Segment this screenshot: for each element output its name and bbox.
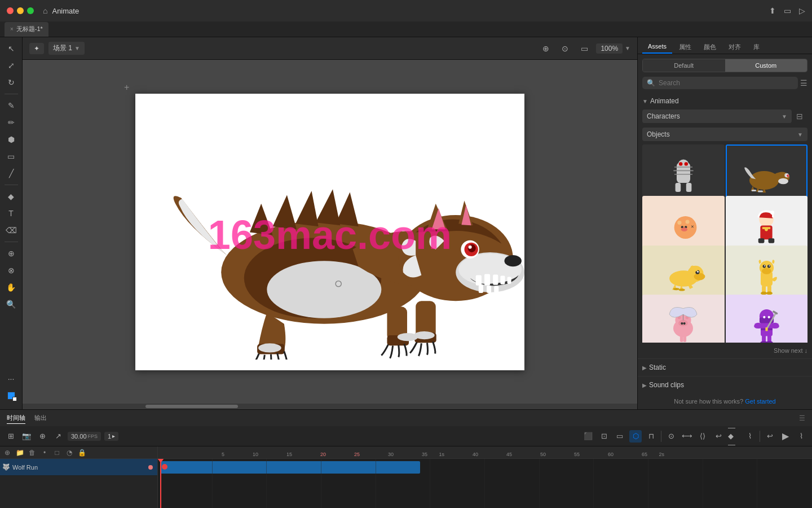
onion-skin-icon[interactable]: ⊙ (558, 41, 572, 56)
play-btn[interactable]: ▶ (779, 430, 792, 443)
sound-clips-section[interactable]: ▶ Sound clips (638, 376, 812, 393)
canvas-container[interactable]: + (23, 60, 637, 404)
stage-fit-icon[interactable]: ▭ (577, 41, 592, 56)
svg-point-36 (684, 162, 687, 165)
rectangle-tool[interactable]: ▭ (2, 148, 20, 164)
svg-rect-14 (500, 275, 505, 284)
fps-value: 30.00 (71, 433, 87, 440)
text-tool[interactable]: T (2, 205, 20, 221)
static-section[interactable]: ▶ Static (638, 358, 812, 376)
characters-dropdown-arrow: ▼ (782, 113, 787, 120)
fullscreen-button[interactable] (27, 7, 34, 14)
tab-properties[interactable]: 属性 (673, 41, 697, 54)
undo-icon[interactable]: ↩ (712, 430, 725, 443)
layout-icon[interactable]: ▭ (784, 6, 791, 15)
svg-point-88 (683, 322, 686, 325)
tab-output[interactable]: 输出 (34, 413, 47, 423)
frame-icon: ▸ (112, 433, 115, 439)
graph-icon[interactable]: ↗ (52, 430, 64, 443)
swap-colors[interactable] (2, 388, 20, 404)
add-motion-icon[interactable]: ⊕ (36, 430, 48, 443)
tab-color[interactable]: 颜色 (698, 41, 722, 54)
easing-icon[interactable]: —◆— (728, 430, 740, 443)
frame-delete-icon[interactable]: ⊓ (645, 430, 657, 443)
objects-dropdown[interactable]: Objects ▼ (642, 128, 807, 141)
close-button[interactable] (7, 7, 14, 14)
tab-align[interactable]: 对齐 (723, 41, 747, 54)
add-layer-btn[interactable]: ⊕ (2, 448, 12, 458)
svg-rect-44 (758, 190, 763, 192)
camera-snap-icon[interactable]: ⊡ (598, 430, 610, 443)
brush-tool[interactable]: ✎ (2, 98, 20, 113)
asset-item-ninja[interactable] (726, 295, 808, 343)
hand-tool[interactable]: ✋ (2, 279, 20, 295)
pencil-tool[interactable]: ✏ (2, 115, 20, 130)
characters-dropdown[interactable]: Characters ▼ (642, 110, 792, 123)
show-next-btn[interactable]: Show next ↓ (638, 343, 812, 358)
stop-icon[interactable]: ⬛ (582, 430, 594, 443)
play-icon[interactable]: ▷ (799, 6, 805, 15)
loop-icon[interactable]: ▭ (614, 430, 626, 443)
snap-to-objects-btn[interactable]: ✦ (29, 43, 44, 54)
timeline-options-btn[interactable]: ☰ (799, 414, 805, 422)
scene-selector[interactable]: 场景 1 ▼ (48, 42, 85, 55)
line-tool[interactable]: ╱ (2, 165, 20, 181)
minimize-button[interactable] (17, 7, 24, 14)
add-folder-btn[interactable]: 📁 (15, 448, 25, 458)
zoom-tool[interactable]: 🔍 (2, 296, 20, 312)
toggle-sync-icon[interactable]: ⟷ (681, 430, 693, 443)
search-input[interactable] (659, 79, 793, 87)
svg-point-87 (681, 322, 683, 325)
animated-section-header[interactable]: ▼ Animated (642, 94, 807, 108)
onion-skin-left-icon[interactable]: ⊙ (665, 430, 677, 443)
keyframe-bar-wolf (161, 461, 420, 474)
svg-rect-62 (758, 238, 765, 243)
delete-layer-btn[interactable]: 🗑 (27, 448, 37, 458)
canvas-scrollbar[interactable] (23, 404, 637, 409)
panel-tabs: Assets 属性 颜色 对齐 库 (638, 37, 812, 54)
custom-mode-btn[interactable]: Custom (725, 59, 807, 72)
asset-item-pig[interactable] (642, 295, 725, 343)
eraser-tool[interactable]: ⌫ (2, 222, 20, 238)
select-tool[interactable]: ↖ (2, 41, 20, 56)
toolbar: ✦ 场景 1 ▼ ⊕ ⊙ ▭ 100% ▼ (23, 37, 637, 60)
svg-rect-13 (493, 274, 498, 284)
default-mode-btn[interactable]: Default (643, 59, 725, 72)
home-icon[interactable]: ⌂ (43, 6, 47, 15)
canvas-area: + (23, 60, 637, 409)
track-row-wolf[interactable]: 🐺 Wolf Run (0, 459, 157, 476)
code-icon[interactable]: ⟨⟩ (696, 430, 709, 443)
eyedropper-tool[interactable]: ⊕ (2, 246, 20, 261)
transform-tool[interactable]: ↻ (2, 75, 20, 90)
dot-btn[interactable]: • (39, 448, 50, 458)
svg-point-51 (685, 220, 689, 224)
tab-library[interactable]: 库 (748, 41, 765, 54)
paint-bucket-tool[interactable]: ⬢ (2, 132, 20, 147)
zoom-arrow-icon[interactable]: ▼ (625, 45, 630, 51)
lock-btn[interactable]: 🔒 (77, 448, 87, 458)
fill-tool[interactable]: ◆ (2, 189, 20, 204)
tab-timeline[interactable]: 时间轴 (7, 413, 25, 424)
undo2-icon[interactable]: ↩ (764, 430, 776, 443)
lasso-tool[interactable]: ⊗ (2, 262, 20, 278)
get-started-link[interactable]: Get started (745, 398, 775, 405)
share-icon[interactable]: ⬆ (769, 6, 776, 15)
svg-rect-94 (680, 335, 683, 342)
svg-point-10 (469, 245, 472, 248)
list-view-btn[interactable]: ☰ (800, 78, 807, 87)
subselect-tool[interactable]: ⤢ (2, 58, 20, 73)
more-tools[interactable]: ··· (2, 371, 20, 387)
document-tab[interactable]: × 无标题-1* (5, 22, 48, 37)
easing2-icon[interactable]: ⌇ (744, 430, 756, 443)
camera-icon[interactable]: 📷 (20, 430, 33, 443)
frame-track-area[interactable] (158, 459, 812, 508)
motion-ease-icon[interactable]: ⌇ (795, 430, 807, 443)
layers-icon[interactable]: ⊞ (5, 430, 17, 443)
tab-assets[interactable]: Assets (642, 41, 672, 54)
outline-btn[interactable]: □ (52, 448, 62, 458)
registration-icon[interactable]: ⊕ (539, 41, 553, 56)
frame-insert-icon[interactable]: ⬡ (629, 430, 642, 443)
solo-btn[interactable]: ◔ (64, 448, 74, 458)
tab-close-icon[interactable]: × (10, 26, 14, 32)
filter-btn[interactable]: ⊟ (792, 108, 807, 124)
